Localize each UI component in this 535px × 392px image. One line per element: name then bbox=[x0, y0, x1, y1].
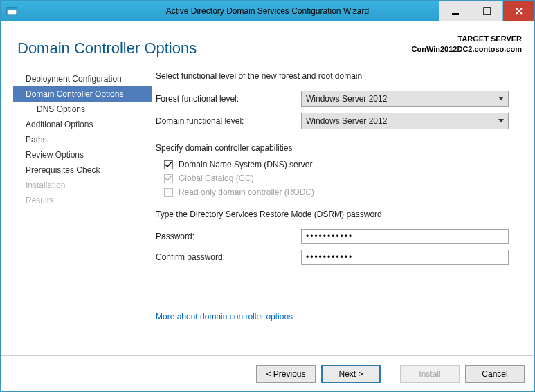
checkbox-checked-disabled-icon bbox=[164, 174, 173, 183]
main-panel: Select functional level of the new fores… bbox=[152, 70, 522, 355]
capability-gc-label: Global Catalog (GC) bbox=[179, 174, 254, 183]
chevron-down-icon bbox=[493, 113, 509, 129]
svg-rect-3 bbox=[484, 8, 491, 15]
forest-level-value: Windows Server 2012 bbox=[301, 91, 493, 107]
sidebar-item-domain-controller-options[interactable]: Domain Controller Options bbox=[13, 86, 152, 102]
forest-level-label: Forest functional level: bbox=[156, 94, 301, 104]
titlebar: Active Directory Domain Services Configu… bbox=[1, 1, 534, 21]
domain-level-value: Windows Server 2012 bbox=[301, 113, 493, 129]
sidebar-item-additional-options[interactable]: Additional Options bbox=[13, 117, 152, 132]
header-row: Domain Controller Options TARGET SERVER … bbox=[13, 31, 522, 57]
page-title: Domain Controller Options bbox=[17, 39, 197, 57]
close-button[interactable] bbox=[502, 1, 534, 21]
minimize-button[interactable] bbox=[439, 1, 471, 21]
domain-level-select[interactable]: Windows Server 2012 bbox=[301, 113, 509, 129]
functional-level-intro: Select functional level of the new fores… bbox=[156, 71, 519, 81]
password-row: Password: bbox=[156, 229, 519, 244]
sidebar-item-review-options[interactable]: Review Options bbox=[13, 147, 152, 162]
target-server-value: ConWin2012DC2.contoso.com bbox=[412, 44, 522, 55]
checkbox-unchecked-disabled-icon bbox=[164, 188, 173, 197]
sidebar-item-installation: Installation bbox=[13, 178, 152, 193]
confirm-password-input[interactable] bbox=[301, 250, 509, 265]
svg-rect-1 bbox=[7, 8, 17, 10]
forest-level-select[interactable]: Windows Server 2012 bbox=[301, 91, 509, 107]
capability-rodc-label: Read only domain controller (RODC) bbox=[179, 187, 314, 197]
capability-rodc-row: Read only domain controller (RODC) bbox=[156, 187, 519, 197]
sidebar-item-deployment-configuration[interactable]: Deployment Configuration bbox=[13, 71, 152, 86]
content-area: Deployment Configuration Domain Controll… bbox=[13, 70, 522, 355]
previous-button[interactable]: < Previous bbox=[256, 365, 316, 383]
wizard-window: Active Directory Domain Services Configu… bbox=[0, 0, 535, 392]
window-controls bbox=[439, 1, 534, 21]
checkbox-checked-icon bbox=[164, 160, 173, 169]
capabilities-label: Specify domain controller capabilities bbox=[156, 143, 519, 153]
dsrm-label: Type the Directory Services Restore Mode… bbox=[156, 209, 519, 219]
wizard-footer: < Previous Next > Install Cancel bbox=[1, 355, 534, 391]
help-link[interactable]: More about domain controller options bbox=[156, 312, 293, 321]
capability-dns-row[interactable]: Domain Name System (DNS) server bbox=[156, 160, 519, 169]
chevron-down-icon bbox=[493, 91, 509, 107]
target-server-block: TARGET SERVER ConWin2012DC2.contoso.com bbox=[412, 34, 522, 55]
forest-level-row: Forest functional level: Windows Server … bbox=[156, 91, 519, 107]
capability-dns-label: Domain Name System (DNS) server bbox=[179, 160, 312, 169]
domain-level-label: Domain functional level: bbox=[156, 116, 301, 126]
cancel-button[interactable]: Cancel bbox=[465, 365, 525, 383]
sidebar-item-paths[interactable]: Paths bbox=[13, 132, 152, 147]
wizard-sidebar: Deployment Configuration Domain Controll… bbox=[13, 70, 152, 355]
app-icon bbox=[6, 6, 17, 17]
confirm-password-label: Confirm password: bbox=[156, 252, 301, 262]
password-input[interactable] bbox=[301, 229, 509, 244]
next-button[interactable]: Next > bbox=[321, 365, 381, 383]
domain-level-row: Domain functional level: Windows Server … bbox=[156, 113, 519, 129]
sidebar-item-dns-options[interactable]: DNS Options bbox=[13, 102, 152, 117]
sidebar-item-prerequisites-check[interactable]: Prerequisites Check bbox=[13, 162, 152, 178]
svg-rect-2 bbox=[452, 13, 459, 15]
install-button: Install bbox=[400, 365, 460, 383]
target-server-label: TARGET SERVER bbox=[412, 34, 522, 44]
sidebar-item-results: Results bbox=[13, 193, 152, 208]
confirm-password-row: Confirm password: bbox=[156, 250, 519, 265]
password-label: Password: bbox=[156, 232, 301, 241]
maximize-button[interactable] bbox=[471, 1, 502, 21]
capability-gc-row: Global Catalog (GC) bbox=[156, 174, 519, 183]
wizard-body: Domain Controller Options TARGET SERVER … bbox=[1, 21, 534, 355]
